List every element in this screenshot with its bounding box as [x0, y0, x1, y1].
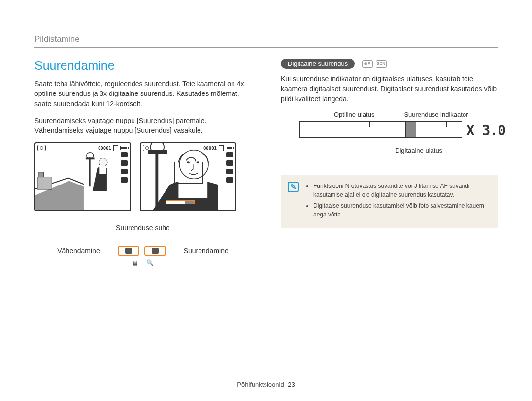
- subsection-header: Digitaalne suurendus ◉P SCN: [281, 59, 498, 74]
- digital-range-segment: [406, 122, 462, 137]
- preview-zoomed: 00001: [140, 142, 236, 211]
- callout-line: [187, 205, 187, 216]
- indicator-bar: [299, 121, 462, 138]
- zoom-in-button-icon: [144, 246, 166, 256]
- flash-icon: [226, 177, 233, 183]
- thumbnails-icon: ▦: [132, 259, 137, 266]
- intro-paragraph: Saate teha lähivõtteid, reguleerides suu…: [34, 79, 251, 109]
- mode-icons: ◉P SCN: [362, 60, 387, 68]
- size-icon: [226, 152, 233, 157]
- focus-rectangle: [174, 162, 203, 184]
- quality-icon: [226, 160, 233, 166]
- zoom-ratio-label: Suurenduse suhe: [34, 224, 251, 232]
- note-box: ✎ Funktsiooni N otuvastus suvandite või …: [281, 175, 498, 228]
- mode-scene-icon: SCN: [376, 60, 387, 68]
- svg-point-3: [99, 158, 107, 167]
- footer-label: Põhifunktsioonid: [237, 381, 284, 388]
- zoom-bar: X 3.0: [166, 198, 210, 206]
- digital-zoom-paragraph: Kui suurenduse indikaator on digitaalses…: [281, 74, 498, 104]
- content-columns: Suurendamine Saate teha lähivõtteid, reg…: [34, 59, 498, 266]
- callout-line: [369, 121, 370, 127]
- flash-icon: [121, 177, 128, 183]
- page-title: Suurendamine: [34, 59, 251, 73]
- zoom-indicator-label: Suurenduse indikaator: [404, 111, 468, 118]
- side-icons: [121, 152, 128, 183]
- zoom-ratio-text: X 3.0: [197, 198, 210, 207]
- callout-line: [171, 251, 179, 251]
- callout-line: [105, 251, 113, 251]
- page-footer: Põhifunktsioonid 23: [0, 381, 532, 388]
- left-column: Suurendamine Saate teha lähivõtteid, reg…: [34, 59, 251, 266]
- zoom-out-label: Vähendamine: [57, 247, 100, 255]
- page-number: 23: [288, 381, 295, 388]
- note-item: Digitaalse suurenduse kasutamisel võib f…: [313, 201, 490, 219]
- zoom-sub-icons: ▦ 🔍: [34, 259, 251, 266]
- note-item: Funktsiooni N otuvastus suvandite või J …: [313, 182, 490, 199]
- magnifier-icon: 🔍: [146, 259, 154, 266]
- section-title: Pildistamine: [34, 34, 80, 44]
- subsection-pill: Digitaalne suurendus: [281, 59, 355, 69]
- optical-segment: [166, 201, 185, 204]
- mode-auto-icon: ◉P: [362, 60, 373, 68]
- camera-previews: 00001: [34, 142, 251, 211]
- svg-rect-6: [39, 172, 44, 177]
- callout-line: [446, 121, 447, 127]
- zoom-in-label: Suurendamine: [184, 247, 229, 255]
- note-icon: ✎: [288, 182, 299, 192]
- optical-range-label: Optiline ulatus: [334, 111, 374, 118]
- svg-rect-8: [155, 150, 158, 211]
- focus-rectangle: [87, 169, 110, 186]
- callout-line: [418, 144, 418, 153]
- page-header: Pildistamine: [34, 34, 498, 48]
- optical-range-segment: [300, 122, 406, 137]
- digital-fill: [406, 122, 416, 137]
- right-column: Digitaalne suurendus ◉P SCN Kui suurendu…: [281, 59, 498, 266]
- instruction-paragraph: Suurendamiseks vajutage nuppu [Suurendus…: [34, 116, 251, 136]
- digital-segment: [185, 201, 194, 204]
- side-icons: [226, 152, 233, 183]
- zoom-button-legend: Vähendamine Suurendamine: [34, 246, 251, 256]
- zoom-out-button-icon: [118, 246, 139, 256]
- metering-icon: [226, 169, 233, 174]
- size-icon: [121, 152, 128, 157]
- quality-icon: [121, 160, 128, 166]
- zoom-value-large: X 3.0: [466, 123, 505, 139]
- scene-wide-illustration: [35, 143, 130, 211]
- digital-range-label: Digitaalne ulatus: [281, 147, 498, 154]
- metering-icon: [121, 169, 128, 174]
- svg-rect-5: [37, 177, 52, 189]
- zoom-indicator-diagram: Optiline ulatus Suurenduse indikaator X …: [281, 111, 498, 165]
- preview-wide: 00001: [34, 142, 131, 211]
